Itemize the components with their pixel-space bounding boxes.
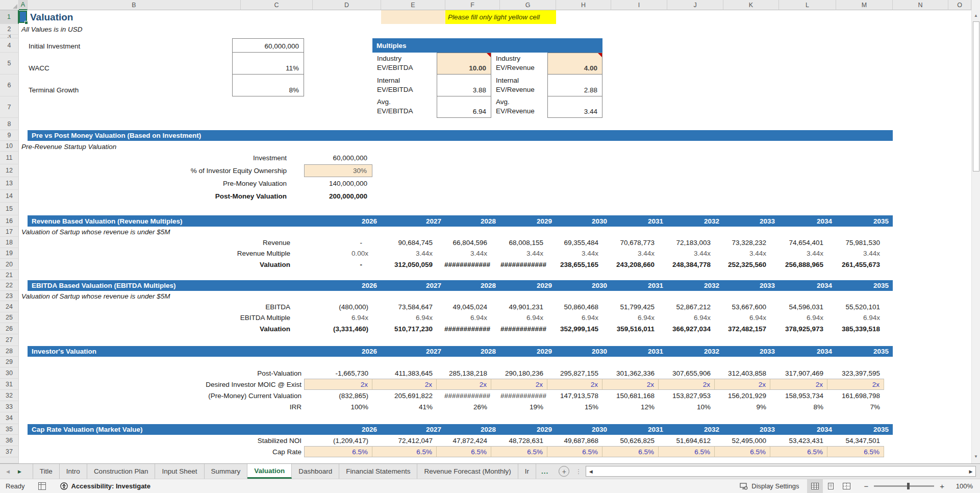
value-cell[interactable]: 158,953,734 [770, 390, 827, 401]
value-cell[interactable]: (3,331,460) [304, 323, 372, 334]
input-cell-e1[interactable] [381, 10, 445, 24]
row-header-25[interactable]: 25 [0, 312, 19, 323]
row-header-31[interactable]: 31 [0, 379, 19, 390]
row-header-18[interactable]: 18 [0, 237, 19, 248]
input-cell[interactable]: 2x [304, 379, 372, 390]
value-cell[interactable]: ############ [437, 390, 491, 401]
value-cell[interactable]: 256,888,965 [770, 259, 827, 270]
input-cell[interactable]: 6.5% [770, 446, 827, 457]
value-cell[interactable]: 66,804,596 [437, 237, 491, 248]
input-cell[interactable]: 6.5% [602, 446, 659, 457]
input-value-cell[interactable]: 60,000,000 [232, 38, 304, 53]
value-cell[interactable]: 3.44x [491, 248, 547, 259]
input-cell[interactable]: 6.5% [437, 446, 491, 457]
row-header-32[interactable]: 32 [0, 390, 19, 401]
column-header-F[interactable]: F [445, 0, 500, 10]
row-header-26[interactable]: 26 [0, 323, 19, 334]
value-cell[interactable]: 9% [715, 401, 770, 412]
scroll-up-icon[interactable]: ▲ [972, 13, 980, 18]
input-cell[interactable]: 30% [304, 164, 372, 177]
value-cell[interactable]: 52,867,212 [659, 301, 715, 312]
row-header-15[interactable]: 15 [0, 203, 19, 215]
fill-handle[interactable] [24, 21, 28, 24]
input-label[interactable]: WACC [19, 53, 232, 75]
value-cell[interactable]: 161,698,798 [827, 390, 884, 401]
multiple-label[interactable]: InternalEV/Revenue [491, 75, 547, 96]
row-header-6[interactable]: 6 [0, 75, 19, 96]
scroll-down-icon[interactable]: ▼ [972, 454, 980, 459]
input-cell[interactable]: 6.5% [547, 446, 602, 457]
multiple-label[interactable]: IndustryEV/Revenue [491, 53, 547, 75]
display-settings-button[interactable]: Display Settings [732, 482, 807, 490]
zoom-out-icon[interactable]: − [864, 482, 868, 490]
selected-cell-a1[interactable] [19, 10, 28, 24]
sheet-tab-construction-plan[interactable]: Construction Plan [87, 464, 156, 479]
value-cell[interactable]: 51,694,612 [659, 435, 715, 446]
value-cell[interactable]: 366,927,034 [659, 323, 715, 334]
row-label[interactable]: Revenue [19, 237, 304, 248]
row-header-37[interactable]: 37 [0, 446, 19, 457]
value-cell[interactable]: 6.94x [827, 312, 884, 323]
multiple-value-cell[interactable]: 3.88 [437, 75, 491, 96]
value-cell[interactable]: 72,183,003 [659, 237, 715, 248]
value-cell[interactable]: 19% [491, 401, 547, 412]
hidden-tabs-indicator[interactable]: ... [536, 464, 554, 479]
value-cell[interactable]: 6.94x [491, 312, 547, 323]
value-cell[interactable]: 3.44x [659, 248, 715, 259]
input-cell[interactable]: 6.5% [715, 446, 770, 457]
value-cell[interactable]: 295,827,155 [547, 367, 602, 379]
value-cell[interactable]: 53,667,600 [715, 301, 770, 312]
row-header-22[interactable]: 22 [0, 280, 19, 291]
accessibility-checker[interactable]: Accessibility: Investigate [60, 482, 150, 490]
row-label[interactable]: Pre-Money Valuation [19, 177, 304, 190]
column-header-H[interactable]: H [556, 0, 611, 10]
input-cell[interactable]: 6.5% [304, 446, 372, 457]
row-header-16[interactable]: 16 [0, 215, 19, 227]
value-cell[interactable]: 47,872,424 [437, 435, 491, 446]
value-cell[interactable]: 68,008,155 [491, 237, 547, 248]
page-break-preview-button[interactable] [839, 479, 855, 493]
value-cell[interactable]: 75,981,530 [827, 237, 884, 248]
value-cell[interactable]: 147,913,578 [547, 390, 602, 401]
value-cell[interactable]: 6.94x [659, 312, 715, 323]
multiple-label[interactable]: Avg.EV/EBITDA [372, 96, 437, 118]
value-cell[interactable]: 49,045,024 [437, 301, 491, 312]
value-cell[interactable]: 41% [372, 401, 437, 412]
column-header-D[interactable]: D [313, 0, 381, 10]
value-cell[interactable]: 0.00x [304, 248, 372, 259]
vertical-scroll-thumb[interactable] [973, 21, 979, 171]
multiple-value-cell[interactable]: 6.94 [437, 96, 491, 118]
value-cell[interactable]: 150,681,168 [602, 390, 659, 401]
row-label[interactable]: Investment [19, 152, 304, 164]
row-header-33[interactable]: 33 [0, 401, 19, 412]
value-cell[interactable]: 6.94x [437, 312, 491, 323]
multiple-label[interactable]: IndustryEV/EBITDA [372, 53, 437, 75]
row-header-19[interactable]: 19 [0, 248, 19, 259]
row-header-36[interactable]: 36 [0, 435, 19, 446]
value-cell[interactable]: 6.94x [770, 312, 827, 323]
new-sheet-button[interactable]: + [559, 466, 569, 477]
row-header-17[interactable]: 17 [0, 227, 19, 237]
row-label[interactable]: EBITDA Multiple [19, 312, 304, 323]
input-cell[interactable]: 6.5% [372, 446, 437, 457]
value-cell[interactable]: 6.94x [304, 312, 372, 323]
zoom-slider-thumb[interactable] [907, 483, 910, 489]
value-cell[interactable]: 252,325,560 [715, 259, 770, 270]
value-cell[interactable]: 3.44x [827, 248, 884, 259]
value-cell[interactable]: - [304, 259, 372, 270]
row-header-3[interactable]: 3 [0, 35, 19, 38]
value-cell[interactable]: 312,050,059 [372, 259, 437, 270]
row-header-13[interactable]: 13 [0, 177, 19, 190]
row-header-23[interactable]: 23 [0, 291, 19, 301]
value-cell[interactable]: 359,516,011 [602, 323, 659, 334]
input-cell[interactable]: 2x [372, 379, 437, 390]
value-cell[interactable]: 411,383,645 [372, 367, 437, 379]
column-header-G[interactable]: G [500, 0, 556, 10]
row-header-20[interactable]: 20 [0, 259, 19, 270]
sheet-tab-input-sheet[interactable]: Input Sheet [155, 464, 204, 479]
row-header-11[interactable]: 11 [0, 152, 19, 164]
value-cell[interactable]: 53,423,431 [770, 435, 827, 446]
value-cell[interactable]: 3.44x [715, 248, 770, 259]
column-header-E[interactable]: E [381, 0, 445, 10]
input-cell[interactable]: 6.5% [491, 446, 547, 457]
